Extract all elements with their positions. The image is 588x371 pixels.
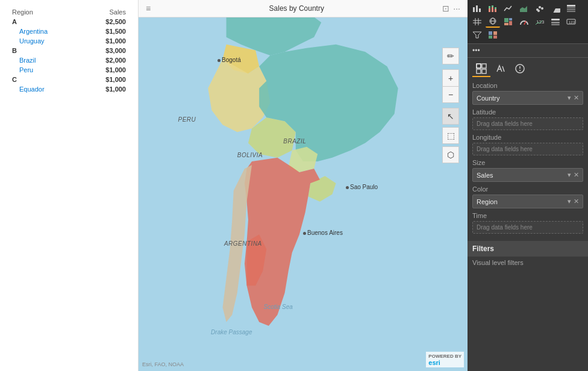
fields-tab[interactable]: [472, 61, 490, 77]
time-drop-zone[interactable]: Drag data fields here: [472, 221, 583, 234]
svg-rect-9: [495, 7, 496, 9]
item-sales: $1,000: [83, 84, 128, 94]
slicer-icon[interactable]: [548, 16, 563, 28]
area-chart-icon[interactable]: [517, 2, 531, 14]
svg-rect-2: [476, 5, 478, 12]
center-panel: ≡ Sales by Country ⊡ ···: [139, 0, 468, 371]
right-panel: 123 123 •••: [468, 0, 588, 371]
filters-subtext: Visual level filters: [468, 257, 588, 269]
kpi-icon[interactable]: 123: [533, 16, 547, 28]
svg-rect-3: [479, 8, 481, 12]
draw-icon[interactable]: ✏: [442, 48, 459, 64]
group-label: B: [10, 46, 83, 55]
legend-item-row: Peru$1,000: [10, 65, 128, 75]
item-sales: $2,000: [83, 55, 128, 65]
svg-rect-46: [482, 69, 486, 73]
item-sales: $1,000: [83, 36, 128, 46]
svg-rect-6: [492, 7, 493, 12]
svg-rect-30: [504, 23, 508, 25]
line-chart-icon[interactable]: [501, 2, 516, 14]
svg-point-12: [539, 6, 541, 8]
svg-rect-44: [482, 64, 486, 68]
matrix-icon[interactable]: [470, 16, 484, 28]
item-name[interactable]: Argentina: [10, 26, 83, 36]
map-container: Bogotá Sao Paulo Buenos Aires PERU BOLIV…: [139, 17, 468, 371]
table-icon[interactable]: [564, 2, 578, 14]
rectangle-select-button[interactable]: ⬚: [442, 127, 459, 144]
more-button[interactable]: •••: [468, 44, 588, 57]
svg-point-51: [519, 70, 521, 71]
expand-icon[interactable]: ⊡: [442, 4, 449, 13]
legend-item-row: Argentina$1,500: [10, 26, 128, 36]
format-tab[interactable]: [492, 61, 510, 77]
size-field[interactable]: Sales ▾ ✕: [472, 168, 583, 182]
legend-panel: Region Sales A$2,500Argentina$1,500Urugu…: [0, 0, 139, 371]
country-field[interactable]: Country ▾ ✕: [472, 91, 583, 105]
svg-rect-4: [489, 8, 490, 12]
color-field-icons: ▾ ✕: [568, 198, 579, 205]
svg-text:123: 123: [569, 20, 575, 24]
treemap-icon[interactable]: [501, 16, 516, 28]
sales-header: Sales: [83, 7, 128, 17]
svg-point-14: [537, 10, 540, 12]
svg-rect-40: [493, 31, 497, 35]
legend-group-row: B$3,000: [10, 46, 128, 55]
gauge-icon[interactable]: [517, 16, 531, 28]
legend-group-row: C$1,000: [10, 75, 128, 84]
svg-rect-27: [504, 18, 508, 22]
longitude-drop-zone[interactable]: Drag data fields here: [472, 143, 583, 155]
zoom-in-button[interactable]: +: [442, 69, 459, 86]
size-remove-icon[interactable]: ✕: [574, 171, 579, 179]
cursor-button[interactable]: ↖: [442, 108, 459, 125]
card-icon[interactable]: 123: [564, 16, 578, 28]
map-icon[interactable]: [486, 16, 500, 28]
funnel-icon[interactable]: [470, 29, 484, 41]
zoom-out-button[interactable]: −: [442, 86, 459, 103]
item-name[interactable]: Brazil: [10, 55, 83, 65]
svg-rect-28: [509, 18, 512, 20]
section-tabs: [472, 61, 583, 77]
lasso-select-button[interactable]: ⬡: [442, 146, 459, 163]
drag-handle[interactable]: ≡: [146, 4, 151, 13]
svg-marker-10: [520, 6, 527, 12]
color-label: Color: [472, 186, 583, 193]
svg-rect-33: [551, 19, 560, 20]
color-value: Region: [477, 198, 498, 205]
toolbar-row-1: 123 123: [468, 0, 588, 43]
stacked-bar-icon[interactable]: [486, 2, 500, 14]
analytics-tab[interactable]: [511, 61, 529, 77]
item-name[interactable]: Peru: [10, 65, 83, 75]
group-label: A: [10, 17, 83, 26]
more-options-icon[interactable]: ···: [453, 4, 460, 13]
latitude-drop-zone[interactable]: Drag data fields here: [472, 117, 583, 130]
legend-item-row: Uruguay$1,000: [10, 36, 128, 46]
country-dropdown-icon[interactable]: ▾: [568, 94, 571, 102]
svg-rect-34: [551, 22, 560, 23]
color-dropdown-icon[interactable]: ▾: [568, 198, 571, 205]
scatter-icon[interactable]: [533, 2, 547, 14]
svg-point-13: [541, 7, 543, 10]
location-label: Location: [472, 82, 583, 89]
color-remove-icon[interactable]: ✕: [574, 198, 579, 205]
svg-rect-45: [477, 69, 481, 73]
size-dropdown-icon[interactable]: ▾: [568, 171, 571, 179]
pie-chart-icon[interactable]: [548, 2, 563, 14]
svg-rect-43: [477, 64, 481, 68]
bar-chart-icon[interactable]: [470, 2, 484, 14]
group-label: C: [10, 75, 83, 84]
group-total: $3,000: [83, 46, 128, 55]
legend-table: Region Sales A$2,500Argentina$1,500Urugu…: [10, 7, 128, 94]
map-attribution: Esri, FAO, NOAA: [142, 361, 184, 367]
legend-item-row: Brazil$2,000: [10, 55, 128, 65]
item-name[interactable]: Uruguay: [10, 36, 83, 46]
svg-marker-38: [473, 32, 481, 38]
legend-item-row: Equador$1,000: [10, 84, 128, 94]
color-field[interactable]: Region ▾ ✕: [472, 195, 583, 208]
longitude-label: Longitude: [472, 134, 583, 141]
svg-point-15: [552, 5, 558, 11]
svg-rect-8: [495, 9, 496, 12]
item-name[interactable]: Equador: [10, 84, 83, 94]
size-label: Size: [472, 159, 583, 166]
more-visuals-icon[interactable]: [486, 29, 500, 41]
country-remove-icon[interactable]: ✕: [574, 94, 579, 102]
